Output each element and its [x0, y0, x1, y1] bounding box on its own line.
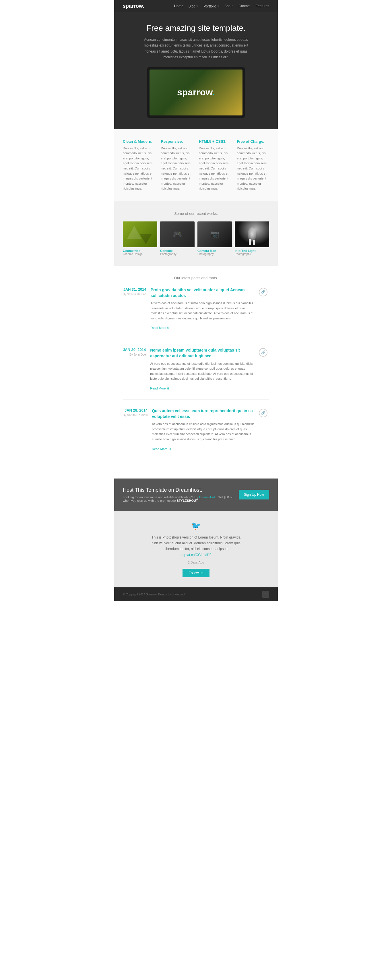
- chain-icon-0: 🔗: [259, 288, 267, 296]
- blog-post-2: JAN 28, 2014 By Naruto Uzumaki Quis aute…: [123, 408, 269, 460]
- blog-author-1: By John Doe: [123, 353, 146, 356]
- blog-post-title-0[interactable]: Proin gravida nibh vel velit auctor aliq…: [151, 287, 254, 298]
- portfolio-item-1[interactable]: 🎮 Console Photography: [160, 221, 195, 256]
- blog-date-2: JAN 28, 2014 By Naruto Uzumaki: [123, 408, 148, 451]
- back-to-top-button[interactable]: ↑: [262, 591, 269, 598]
- portfolio-label-2: Camera Man Photography: [197, 249, 232, 256]
- blog-section-title: Our latest posts and rants.: [123, 276, 269, 280]
- feature-item-responsive: Responsive. Duis mollis, est non commodo…: [161, 139, 194, 191]
- console-icon: 🎮: [173, 230, 182, 239]
- nav-item-features[interactable]: Features: [256, 4, 269, 9]
- blog-content-0: Proin gravida nibh vel velit auctor aliq…: [151, 287, 254, 330]
- blog-post-title-2[interactable]: Quis autem vel esse eum iure reprehender…: [152, 408, 254, 419]
- portfolio-section: Some of our recent works. Geometrics Gra…: [114, 201, 278, 266]
- feature-item-html5: HTML5 + CSS3. Duis mollis, est non commo…: [199, 139, 231, 191]
- hero-laptop-screen: sparrow.: [149, 70, 243, 116]
- blog-post-body-1: At vero eos et accusamus et iusto odio d…: [150, 361, 254, 382]
- blog-content-2: Quis autem vel esse eum iure reprehender…: [152, 408, 254, 451]
- features-grid: Clean & Modern. Duis mollis, est non com…: [123, 139, 269, 191]
- portfolio-item-0[interactable]: Geometrics Graphic Design: [123, 221, 157, 256]
- nav-item-blog[interactable]: Blog ▾: [189, 4, 198, 9]
- portfolio-title-3: Into The Light: [235, 249, 269, 253]
- footer-copyright: © Copyright 2014 Sparrow. Design by Styl…: [123, 593, 185, 596]
- nav-item-portfolio[interactable]: Portfolio ▾: [203, 4, 219, 9]
- blog-section: Our latest posts and rants. JAN 31, 2014…: [114, 266, 278, 479]
- portfolio-item-2[interactable]: 📷 Camera Man Photography: [197, 221, 232, 256]
- chain-icon-2: 🔗: [259, 409, 267, 417]
- nav-link-blog[interactable]: Blog: [189, 4, 195, 8]
- feature-body-0: Duis mollis, est non commodo luctus, nis…: [123, 146, 155, 191]
- signup-button[interactable]: Sign Up Now: [239, 490, 269, 500]
- hero-section: Free amazing site template. Aenean condi…: [114, 12, 278, 129]
- portfolio-label-1: Console Photography: [160, 249, 195, 256]
- blog-author-2: By Naruto Uzumaki: [123, 414, 148, 417]
- dreamhost-title: Host This Template on Dreamhost.: [123, 487, 239, 493]
- blog-post-title-1[interactable]: Nemo enim ipsam voluptatem quia voluptas…: [150, 348, 254, 359]
- portfolio-label-3: Into The Light Photography: [235, 249, 269, 256]
- camera-icon: 📷: [210, 230, 219, 239]
- portfolio-label-0: Geometrics Graphic Design: [123, 249, 157, 256]
- dreamhost-brand-link[interactable]: DreamHost: [199, 495, 215, 499]
- blog-post-1: JAN 30, 2014 By John Doe Nemo enim ipsam…: [123, 348, 269, 399]
- feature-body-2: Duis mollis, est non commodo luctus, nis…: [199, 146, 231, 191]
- twitter-bird-icon: 🐦: [123, 521, 269, 530]
- portfolio-thumb-console: 🎮: [160, 221, 195, 247]
- blog-read-more-1[interactable]: Read More ⊕: [150, 387, 169, 390]
- portfolio-subtitle-0: Graphic Design: [123, 253, 157, 256]
- hero-subtitle: Aenean condimentum, lacus sit amet luctu…: [139, 37, 253, 60]
- nav-item-contact[interactable]: Contact: [238, 4, 250, 9]
- feature-title-0: Clean & Modern.: [123, 139, 155, 143]
- portfolio-subtitle-1: Photography: [160, 253, 195, 256]
- geom-overlay: [123, 221, 157, 247]
- portfolio-section-title: Some of our recent works.: [123, 212, 269, 216]
- nav-item-home[interactable]: Home: [174, 4, 183, 9]
- blog-date-text-0: JAN 31, 2014: [123, 287, 146, 291]
- tweet-text: This is Photoshop's version of Lorem Ips…: [150, 535, 242, 558]
- follow-button[interactable]: Follow us: [183, 569, 210, 578]
- blog-date-text-2: JAN 28, 2014: [123, 408, 148, 412]
- blog-link-icon-0: 🔗: [259, 287, 269, 330]
- portfolio-title-1: Console: [160, 249, 195, 253]
- blog-read-more-2[interactable]: Read More ⊕: [152, 447, 171, 451]
- nav-link-portfolio[interactable]: Portfolio: [203, 4, 216, 8]
- blog-link-icon-1: 🔗: [259, 348, 269, 391]
- portfolio-subtitle-3: Photography: [235, 253, 269, 256]
- dreamhost-promo-code: STYLESHOUT: [177, 499, 198, 502]
- portfolio-title-0: Geometrics: [123, 249, 157, 253]
- nav-menu: Home Blog ▾ Portfolio ▾ About Contact Fe…: [174, 4, 269, 9]
- features-section: Clean & Modern. Duis mollis, est non com…: [114, 129, 278, 201]
- feature-item-free: Free of Charge. Duis mollis, est non com…: [237, 139, 270, 191]
- portfolio-thumb-geom: [123, 221, 157, 247]
- portfolio-title-2: Camera Man: [197, 249, 232, 253]
- feature-item-clean: Clean & Modern. Duis mollis, est non com…: [123, 139, 155, 191]
- dreamhost-banner: Host This Template on Dreamhost. Looking…: [114, 479, 278, 511]
- blog-content-1: Nemo enim ipsam voluptatem quia voluptas…: [150, 348, 254, 391]
- blog-date-1: JAN 30, 2014 By John Doe: [123, 348, 146, 391]
- hero-title: Free amazing site template.: [123, 24, 269, 33]
- hero-laptop-frame: sparrow.: [147, 67, 245, 118]
- tweet-link[interactable]: http://t.co/CGlrdxllJ3: [181, 553, 211, 557]
- portfolio-item-3[interactable]: Into The Light Photography: [235, 221, 269, 256]
- twitter-section: 🐦 This is Photoshop's version of Lorem I…: [114, 511, 278, 588]
- navbar: sparrow. Home Blog ▾ Portfolio ▾ About C…: [114, 0, 278, 12]
- portfolio-thumb-light: [235, 221, 269, 247]
- feature-body-1: Duis mollis, est non commodo luctus, nis…: [161, 146, 194, 191]
- site-logo[interactable]: sparrow.: [123, 3, 144, 9]
- nav-item-about[interactable]: About: [224, 4, 233, 9]
- tweet-time: 2 Days Ago: [123, 561, 269, 564]
- nav-link-home[interactable]: Home: [174, 4, 183, 8]
- dreamhost-text-block: Host This Template on Dreamhost. Looking…: [123, 487, 239, 502]
- nav-link-about[interactable]: About: [224, 4, 233, 8]
- feature-title-3: Free of Charge.: [237, 139, 270, 143]
- nav-link-features[interactable]: Features: [256, 4, 269, 8]
- feature-body-3: Duis mollis, est non commodo luctus, nis…: [237, 146, 270, 191]
- blog-post-body-0: At vero eos et accusamus et iusto odio d…: [151, 301, 254, 321]
- blog-post-0: JAN 31, 2014 By Sakura Haruno Proin grav…: [123, 287, 269, 339]
- portfolio-subtitle-2: Photography: [197, 253, 232, 256]
- blog-read-more-0[interactable]: Read More ⊕: [151, 326, 170, 329]
- nav-link-contact[interactable]: Contact: [238, 4, 250, 8]
- dreamhost-description: Looking for an awesome and reliable webh…: [123, 495, 239, 502]
- chain-icon-1: 🔗: [259, 348, 267, 357]
- portfolio-thumb-camera: 📷: [197, 221, 232, 247]
- feature-title-2: HTML5 + CSS3.: [199, 139, 231, 143]
